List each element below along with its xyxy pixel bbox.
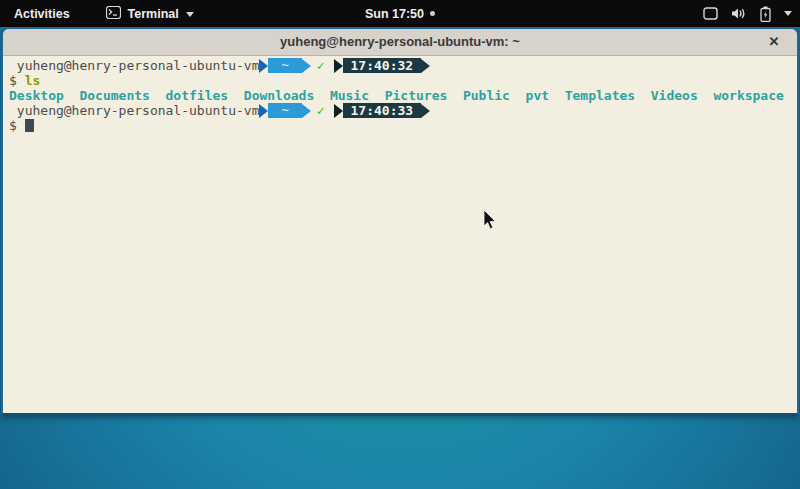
typed-command: ls [25, 73, 41, 88]
directory-listing: Desktop Documents dotfiles Downloads Mus… [9, 88, 797, 103]
powerline-arrow-icon [259, 104, 268, 118]
user-host-text: yuheng@henry-personal-ubuntu-vm [9, 103, 259, 118]
notification-dot-icon [430, 11, 435, 16]
app-menu-label: Terminal [128, 7, 179, 21]
powerline-arrow-icon [421, 59, 430, 73]
status-check-icon: ✓ [317, 103, 325, 118]
chevron-down-icon [784, 11, 792, 16]
system-status-area[interactable] [703, 0, 792, 27]
window-titlebar[interactable]: yuheng@henry-personal-ubuntu-vm: ~ ✕ [3, 29, 797, 56]
terminal-cursor [25, 119, 34, 132]
powerline-arrow-icon [334, 59, 343, 73]
time-segment: 17:40:33 [343, 103, 422, 118]
cwd-segment: ~ [268, 58, 301, 73]
prompt-symbol: $ [9, 73, 17, 88]
powerline-arrow-icon [302, 104, 311, 118]
app-menu-caret-icon [186, 12, 194, 17]
powerline-arrow-icon [334, 104, 343, 118]
top-bar: Activities Terminal Sun 17:50 [0, 0, 800, 27]
prompt-symbol: $ [9, 118, 17, 133]
clock-label: Sun 17:50 [365, 7, 424, 21]
mouse-pointer-icon [483, 210, 497, 234]
terminal-content[interactable]: yuheng@henry-personal-ubuntu-vm ~ ✓ 17:4… [3, 56, 797, 414]
activities-button[interactable]: Activities [10, 7, 74, 21]
powerline-arrow-icon [302, 59, 311, 73]
current-input-line[interactable]: $ [9, 118, 797, 133]
prompt-line-2: yuheng@henry-personal-ubuntu-vm ~ ✓ 17:4… [9, 103, 797, 118]
close-button[interactable]: ✕ [763, 29, 785, 55]
prompt-line-1: yuheng@henry-personal-ubuntu-vm ~ ✓ 17:4… [9, 58, 797, 73]
clock-menu[interactable]: Sun 17:50 [365, 7, 435, 21]
window-title: yuheng@henry-personal-ubuntu-vm: ~ [280, 34, 520, 49]
app-menu[interactable]: Terminal [106, 6, 194, 22]
user-host-text: yuheng@henry-personal-ubuntu-vm [9, 58, 259, 73]
status-check-icon: ✓ [317, 58, 325, 73]
cwd-segment: ~ [268, 103, 301, 118]
battery-charging-icon [760, 6, 771, 22]
terminal-window: yuheng@henry-personal-ubuntu-vm: ~ ✕ yuh… [1, 27, 799, 416]
powerline-arrow-icon [259, 59, 268, 73]
terminal-app-icon [106, 6, 121, 22]
volume-icon [731, 7, 747, 20]
time-segment: 17:40:32 [343, 58, 422, 73]
screen-icon [703, 7, 718, 20]
command-line: $ ls [9, 73, 797, 88]
powerline-arrow-icon [421, 104, 430, 118]
